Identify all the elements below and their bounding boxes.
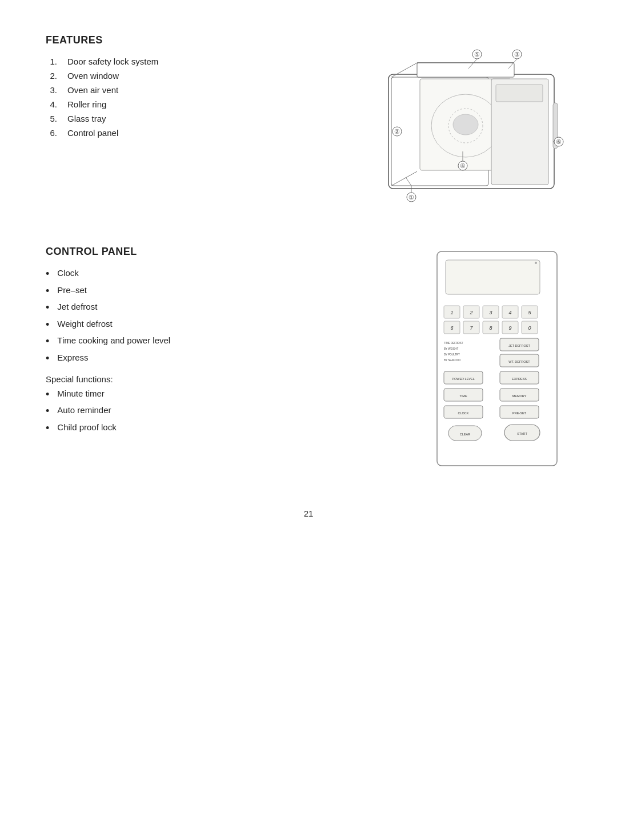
item-text: Roller ring (67, 99, 106, 109)
special-functions-label: Special functions: (46, 374, 400, 384)
svg-text:BY SEAFOOD: BY SEAFOOD (444, 359, 461, 362)
control-panel-title: CONTROL PANEL (46, 246, 400, 258)
list-item: 6. Control panel (46, 128, 331, 138)
item-text: Express (57, 353, 88, 362)
svg-text:4: 4 (508, 310, 511, 315)
item-text: Minute timer (57, 389, 105, 398)
svg-text:PRE-SET: PRE-SET (512, 411, 526, 415)
item-text: Door safety lock system (67, 57, 158, 66)
svg-text:CLOCK: CLOCK (458, 411, 469, 415)
svg-text:6: 6 (450, 325, 453, 331)
svg-point-34 (535, 262, 537, 264)
svg-text:START: START (517, 432, 527, 435)
item-text: Pre–set (57, 285, 87, 295)
item-text: Control panel (67, 128, 118, 138)
item-text: Oven window (67, 71, 119, 81)
item-num: 3. (46, 85, 57, 95)
control-bullet-list: Clock Pre–set Jet defrost Weight defrost… (46, 268, 400, 365)
item-text: Clock (57, 268, 79, 278)
list-item: Child proof lock (46, 422, 400, 435)
svg-text:TIME DEFROST: TIME DEFROST (444, 342, 463, 345)
svg-text:⑥: ⑥ (556, 138, 562, 145)
list-item: Clock (46, 268, 400, 281)
svg-text:WT. DEFROST: WT. DEFROST (508, 360, 530, 363)
svg-text:TIME: TIME (459, 394, 467, 398)
svg-text:0: 0 (528, 325, 531, 331)
item-text: Time cooking and power level (57, 335, 170, 345)
item-num: 6. (46, 128, 57, 138)
svg-rect-33 (446, 260, 540, 294)
control-panel-diagram: 1 2 3 4 5 6 7 8 9 0 (423, 246, 571, 474)
item-text: Oven air vent (67, 85, 118, 95)
list-item: Pre–set (46, 285, 400, 298)
item-num: 5. (46, 114, 57, 123)
control-panel-svg: 1 2 3 4 5 6 7 8 9 0 (431, 246, 563, 474)
item-text: Child proof lock (57, 422, 116, 432)
svg-text:BY POULTRY: BY POULTRY (444, 353, 460, 356)
item-num: 2. (46, 71, 57, 81)
svg-text:③: ③ (514, 51, 520, 58)
list-item: Weight defrost (46, 319, 400, 331)
list-item: Auto reminder (46, 405, 400, 418)
svg-rect-6 (417, 63, 514, 77)
list-item: Minute timer (46, 389, 400, 401)
control-section: CONTROL PANEL Clock Pre–set Jet defrost … (46, 246, 571, 474)
item-text: Weight defrost (57, 319, 112, 329)
svg-text:①: ① (408, 194, 414, 201)
list-item: 1. Door safety lock system (46, 57, 331, 66)
svg-text:3: 3 (489, 310, 492, 315)
item-text: Glass tray (67, 114, 106, 123)
microwave-diagram: ① ② ③ ④ ⑤ ⑥ (354, 34, 571, 211)
special-bullet-list: Minute timer Auto reminder Child proof l… (46, 389, 400, 435)
svg-text:9: 9 (508, 325, 511, 331)
svg-text:POWER LEVEL: POWER LEVEL (452, 377, 474, 381)
control-left: CONTROL PANEL Clock Pre–set Jet defrost … (46, 246, 400, 474)
svg-text:⑤: ⑤ (474, 51, 480, 58)
list-item: 3. Oven air vent (46, 85, 331, 95)
svg-point-10 (453, 114, 478, 135)
item-text: Auto reminder (57, 405, 111, 415)
list-item: Jet defrost (46, 302, 400, 314)
list-item: 4. Roller ring (46, 99, 331, 109)
microwave-svg: ① ② ③ ④ ⑤ ⑥ (354, 40, 571, 211)
item-num: 1. (46, 57, 57, 66)
svg-rect-12 (496, 85, 543, 102)
svg-text:2: 2 (469, 310, 472, 315)
svg-text:JET DEFROST: JET DEFROST (508, 344, 530, 347)
svg-text:8: 8 (489, 325, 492, 331)
features-section: FEATURES 1. Door safety lock system 2. O… (46, 34, 571, 211)
svg-text:CLEAR: CLEAR (460, 433, 470, 436)
list-item: 5. Glass tray (46, 114, 331, 123)
svg-text:BY WEIGHT: BY WEIGHT (444, 347, 458, 350)
page-number: 21 (46, 509, 571, 518)
item-num: 4. (46, 99, 57, 109)
features-list: 1. Door safety lock system 2. Oven windo… (46, 57, 331, 138)
list-item: Time cooking and power level (46, 335, 400, 348)
page-container: FEATURES 1. Door safety lock system 2. O… (0, 0, 617, 553)
features-title: FEATURES (46, 34, 331, 46)
svg-text:MEMORY: MEMORY (512, 394, 527, 398)
item-text: Jet defrost (57, 302, 97, 311)
list-item: 2. Oven window (46, 71, 331, 81)
svg-text:④: ④ (460, 162, 466, 169)
svg-text:EXPRESS: EXPRESS (512, 377, 527, 381)
svg-text:②: ② (394, 128, 400, 135)
features-left: FEATURES 1. Door safety lock system 2. O… (46, 34, 331, 211)
svg-text:1: 1 (450, 310, 453, 315)
list-item: Express (46, 353, 400, 365)
